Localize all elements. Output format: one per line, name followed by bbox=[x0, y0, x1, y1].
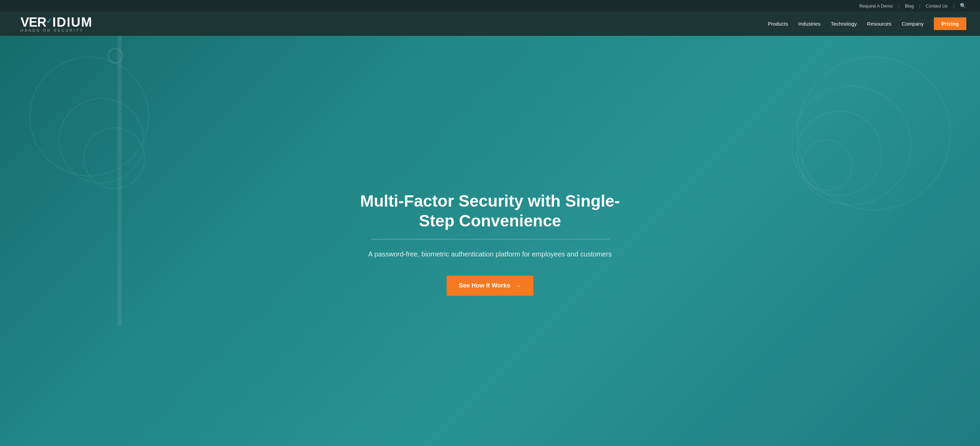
hero-cta-button[interactable]: See How It Works → bbox=[447, 276, 534, 296]
nav-resources[interactable]: Resources bbox=[867, 21, 891, 27]
hero-divider bbox=[371, 239, 609, 240]
hero-content: Multi-Factor Security with Single-Step C… bbox=[336, 191, 644, 295]
blog-link[interactable]: Blog bbox=[905, 3, 914, 8]
nav-technology[interactable]: Technology bbox=[830, 21, 857, 27]
logo-tagline: HANDS ON SECURITY bbox=[21, 29, 84, 32]
nav-industries[interactable]: Industries bbox=[798, 21, 821, 27]
header: VER ✓ IDIUM HANDS ON SECURITY Products I… bbox=[0, 12, 980, 36]
request-demo-link[interactable]: Request A Demo bbox=[859, 3, 893, 8]
hero-subtitle: A password-free, biometric authenticatio… bbox=[350, 249, 630, 259]
divider-3: | bbox=[953, 3, 955, 8]
logo-check-icon: ✓ bbox=[46, 17, 52, 25]
nav-products[interactable]: Products bbox=[768, 21, 788, 27]
arrow-icon: → bbox=[514, 282, 521, 290]
contact-link[interactable]: Contact Us bbox=[926, 3, 948, 8]
hero-title: Multi-Factor Security with Single-Step C… bbox=[350, 191, 630, 230]
nav-company[interactable]: Company bbox=[902, 21, 924, 27]
main-nav: Products Industries Technology Resources… bbox=[768, 17, 966, 30]
logo[interactable]: VER ✓ IDIUM HANDS ON SECURITY bbox=[21, 15, 92, 32]
logo-v: VER bbox=[21, 15, 46, 30]
hero-cta-label: See How It Works bbox=[459, 282, 511, 289]
search-icon[interactable]: 🔍 bbox=[960, 3, 966, 9]
hero-section: Multi-Factor Security with Single-Step C… bbox=[0, 36, 980, 446]
divider-1: | bbox=[898, 3, 899, 8]
divider-2: | bbox=[919, 3, 920, 8]
logo-brand: IDIUM bbox=[52, 15, 92, 30]
pricing-button[interactable]: Pricing bbox=[934, 17, 966, 30]
top-bar: Request A Demo | Blog | Contact Us | 🔍 bbox=[0, 0, 980, 12]
